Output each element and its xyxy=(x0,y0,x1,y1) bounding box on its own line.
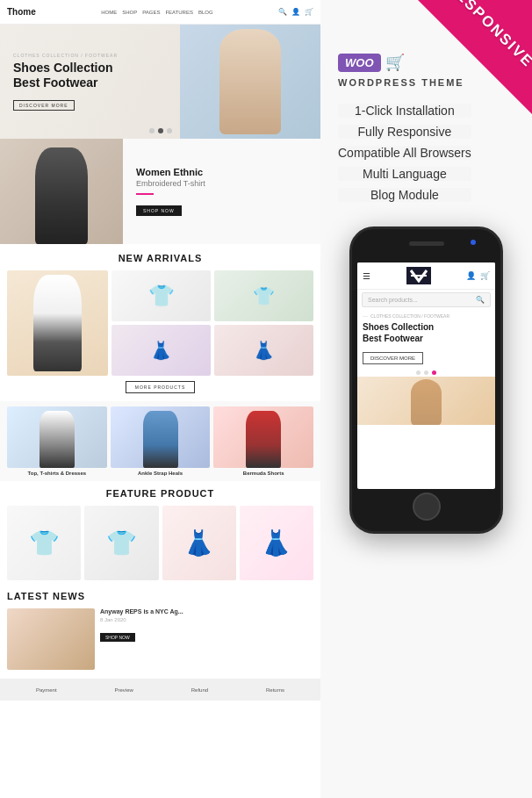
category-tops[interactable]: Top, T-shirts & Dresses xyxy=(7,406,107,476)
phone-mockup: ☰ 👤 🛒 Search products... � xyxy=(349,226,503,534)
category-heals-image xyxy=(111,406,211,468)
feature-responsive: Fully Responsive xyxy=(338,125,471,139)
latest-news-title: Latest News xyxy=(7,591,313,601)
screen-dot-1 xyxy=(416,370,421,375)
nav-link-pages[interactable]: Pages xyxy=(142,10,160,15)
footer-item-returns[interactable]: Returns xyxy=(266,687,284,693)
screen-logo-svg xyxy=(409,269,428,283)
user-icon[interactable]: 👤 xyxy=(291,8,300,16)
screen-breadcrumb: CLOTHES COLLECTION / FOOTWEAR xyxy=(357,310,495,320)
woo-cart-icon: 🛒 xyxy=(385,53,405,72)
screen-hero-image xyxy=(357,377,495,425)
hero-dot-3[interactable] xyxy=(167,128,172,133)
categories-section: Top, T-shirts & Dresses Ankle Strap Heal… xyxy=(0,401,320,481)
news-shop-button-1[interactable]: Shop Now xyxy=(100,633,135,642)
arrival-item-3[interactable]: 👗 xyxy=(111,325,211,376)
category-heals-label: Ankle Strap Heals xyxy=(138,471,183,476)
arrival-item-2[interactable]: 👕 xyxy=(214,270,313,321)
news-title-1: Anyway REPS is a NYC Ag... xyxy=(100,608,183,615)
arrival-item-1[interactable]: 👕 xyxy=(111,270,211,321)
category-shorts[interactable]: Bermuda Shorts xyxy=(213,406,313,476)
nav-link-shop[interactable]: Shop xyxy=(122,10,137,15)
phone-screen: ☰ 👤 🛒 Search products... � xyxy=(357,262,495,489)
arrival-person xyxy=(33,275,82,371)
ethnic-section: Women Ethnic Embroidered T-shirt Shop No… xyxy=(0,139,320,244)
screen-dot-3 xyxy=(432,370,436,375)
screen-user-icon: 👤 xyxy=(466,271,476,280)
nav-link-blog[interactable]: Blog xyxy=(198,10,213,15)
feature-item-1[interactable]: 👕 xyxy=(7,506,81,580)
site-logo: Thome xyxy=(7,7,36,17)
screen-discover-button[interactable]: DISCOVER MORE xyxy=(363,352,423,364)
footer-item-refund[interactable]: Refund xyxy=(191,687,208,693)
feature-product-grid: 👕 👕 👗 👗 xyxy=(7,506,313,580)
site-nav: Thome Home Shop Pages Features Blog 🔍 👤 … xyxy=(0,0,320,25)
latest-news-section: Latest News Anyway REPS is a NYC Ag... 8… xyxy=(0,584,320,679)
footer-strip: Payment Preview Refund Returns xyxy=(0,679,320,701)
screen-hero-person xyxy=(411,379,442,425)
category-shorts-image xyxy=(213,406,313,468)
footer-item-payment[interactable]: Payment xyxy=(36,687,57,693)
screen-breadcrumb-text: CLOTHES COLLECTION / FOOTWEAR xyxy=(370,313,449,319)
news-content-1: Anyway REPS is a NYC Ag... 8 Jan 2020 Sh… xyxy=(100,608,183,670)
feature-language: Multi Language xyxy=(338,167,471,181)
news-item-1: Anyway REPS is a NYC Ag... 8 Jan 2020 Sh… xyxy=(7,608,313,670)
categories-grid: Top, T-shirts & Dresses Ankle Strap Heal… xyxy=(7,406,313,476)
nav-link-features[interactable]: Features xyxy=(165,10,193,15)
ethnic-text-block: Women Ethnic Embroidered T-shirt Shop No… xyxy=(123,158,320,225)
arrival-item-4[interactable]: 👗 xyxy=(214,325,313,376)
screen-hero-title: Shoes CollectionBest Footwear xyxy=(357,320,495,348)
site-preview-panel: Thome Home Shop Pages Features Blog 🔍 👤 … xyxy=(0,0,320,798)
category-tops-person xyxy=(40,411,75,468)
category-tops-image xyxy=(7,406,107,468)
screen-dots xyxy=(357,369,495,377)
ethnic-title: Women Ethnic xyxy=(136,167,307,177)
hero-cta-button[interactable]: Discover More xyxy=(13,100,75,111)
hero-small-text: Clothes Collection / Footwear xyxy=(13,53,118,58)
footer-item-preview[interactable]: Preview xyxy=(115,687,133,693)
new-arrivals-section: New Arrivals 👕 👕 👗 👗 More xyxy=(0,244,320,401)
category-heals-person xyxy=(143,411,178,468)
hero-dots xyxy=(149,128,172,133)
arrival-item-4-image: 👗 xyxy=(214,325,313,376)
screen-menu-icon: ☰ xyxy=(363,271,370,281)
hero-title: Shoes CollectionBest Footwear xyxy=(13,61,118,90)
phone-speaker xyxy=(409,241,444,246)
screen-search-text: Search products... xyxy=(368,297,476,303)
nav-icons: 🔍 👤 🛒 xyxy=(278,8,313,16)
phone-camera xyxy=(471,240,476,245)
category-shorts-person xyxy=(246,411,281,468)
more-products-button[interactable]: More Products xyxy=(126,381,195,393)
screen-icons: 👤 🛒 xyxy=(466,271,490,280)
category-heals[interactable]: Ankle Strap Heals xyxy=(111,406,211,476)
hero-person-image xyxy=(219,29,281,134)
arrivals-btn-row: More Products xyxy=(7,381,313,393)
nav-link-home[interactable]: Home xyxy=(101,10,117,15)
feature-product-section: Feature Product 👕 👕 👗 👗 xyxy=(0,481,320,584)
new-arrivals-title: New Arrivals xyxy=(7,253,313,263)
hero-section: Clothes Collection / Footwear Shoes Coll… xyxy=(0,25,320,139)
arrivals-right-grid: 👕 👕 👗 👗 xyxy=(111,270,313,376)
ethnic-image xyxy=(0,139,123,244)
feature-item-3[interactable]: 👗 xyxy=(162,506,236,580)
screen-search-icon: 🔍 xyxy=(476,296,485,304)
category-tops-label: Top, T-shirts & Dresses xyxy=(28,471,87,476)
cart-icon[interactable]: 🛒 xyxy=(305,8,313,16)
screen-cart-icon: 🛒 xyxy=(480,271,490,280)
news-image-1 xyxy=(7,608,95,670)
right-panel: RESPONSIVE WOO 🛒 WORDPRESS THEME 1-Click… xyxy=(320,0,532,798)
feature-item-4[interactable]: 👗 xyxy=(240,506,313,580)
arrival-item-3-image: 👗 xyxy=(111,325,211,376)
arrival-item-1-image: 👕 xyxy=(111,270,211,321)
feature-item-2[interactable]: 👕 xyxy=(84,506,158,580)
hero-dot-1[interactable] xyxy=(149,128,155,133)
news-date-1: 8 Jan 2020 xyxy=(100,617,183,622)
ethnic-shop-button[interactable]: Shop Now xyxy=(136,205,182,216)
hero-dot-2[interactable] xyxy=(158,128,163,133)
feature-browsers: Compatible All Browsers xyxy=(338,146,471,160)
screen-search-bar[interactable]: Search products... 🔍 xyxy=(362,292,491,307)
arrival-item-2-image: 👕 xyxy=(214,270,313,321)
feature-blog: Blog Module xyxy=(338,188,471,202)
feature-product-title: Feature Product xyxy=(7,488,313,499)
search-icon[interactable]: 🔍 xyxy=(278,8,287,16)
